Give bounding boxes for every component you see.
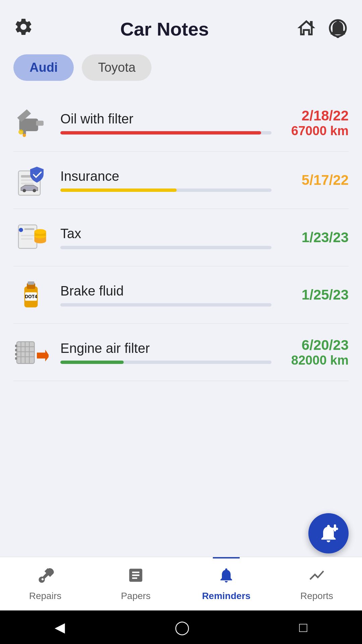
tax-name: Tax	[60, 226, 272, 241]
bell-icon	[218, 567, 235, 588]
app-title: Car Notes	[34, 18, 296, 40]
insurance-date: 5/17/22	[282, 172, 349, 188]
svg-rect-1	[36, 121, 44, 126]
svg-point-12	[19, 228, 23, 232]
recents-button[interactable]: □	[299, 620, 307, 635]
papers-icon	[127, 567, 144, 588]
reminder-item-tax[interactable]: Tax 1/23/23	[13, 209, 349, 266]
chart-icon	[308, 567, 325, 588]
bottom-nav: Repairs Papers Reminders Reports	[0, 557, 362, 610]
back-button[interactable]: ◀	[55, 620, 65, 635]
oil-content: Oil with filter	[60, 111, 272, 135]
svg-rect-39	[332, 528, 338, 530]
fab-wrap	[0, 506, 362, 557]
air-filter-date-value: 6/20/23	[282, 337, 349, 353]
svg-rect-23	[28, 281, 35, 285]
nav-reminders-label: Reminders	[202, 591, 251, 601]
settings-icon[interactable]	[13, 17, 34, 41]
reminder-item-brake-fluid[interactable]: DOT4 Brake fluid 1/25/23	[13, 266, 349, 324]
air-filter-progress-fill	[60, 361, 124, 364]
nav-reports-label: Reports	[300, 591, 333, 601]
add-reminder-fab[interactable]	[308, 513, 349, 553]
brake-fluid-content: Brake fluid	[60, 283, 272, 307]
svg-rect-15	[21, 238, 33, 240]
air-filter-date: 6/20/23 82000 km	[282, 337, 349, 368]
oil-km-value: 67000 km	[282, 124, 349, 138]
add-notification-icon[interactable]	[327, 17, 349, 40]
nav-reminders[interactable]: Reminders	[181, 557, 272, 610]
oil-date: 2/18/22 67000 km	[282, 108, 349, 138]
svg-point-3	[23, 134, 26, 137]
nav-repairs-label: Repairs	[29, 591, 61, 601]
tax-progress-bg	[60, 246, 272, 249]
nav-repairs[interactable]: Repairs	[0, 557, 90, 610]
reminder-item-oil[interactable]: Oil with filter 2/18/22 67000 km	[13, 94, 349, 152]
svg-text:DOT4: DOT4	[25, 294, 37, 299]
insurance-icon	[13, 162, 50, 199]
svg-point-9	[23, 189, 26, 192]
svg-marker-37	[37, 350, 49, 362]
nav-reports[interactable]: Reports	[272, 557, 362, 610]
insurance-name: Insurance	[60, 169, 272, 184]
air-filter-content: Engine air filter	[60, 341, 272, 364]
android-nav-bar: ◀ ◯ □	[0, 610, 362, 644]
air-filter-progress-bg	[60, 361, 272, 364]
tax-content: Tax	[60, 226, 272, 249]
svg-point-4	[18, 129, 23, 135]
wrench-icon	[37, 567, 54, 588]
tax-date-value: 1/23/23	[282, 229, 349, 246]
oil-progress-fill	[60, 131, 261, 135]
insurance-progress-fill	[60, 189, 177, 192]
brake-fluid-icon: DOT4	[13, 276, 50, 313]
tax-date: 1/23/23	[282, 229, 349, 246]
air-filter-name: Engine air filter	[60, 341, 272, 356]
car-tabs: Audi Toyota	[0, 51, 362, 91]
oil-date-value: 2/18/22	[282, 108, 349, 124]
brake-fluid-name: Brake fluid	[60, 283, 272, 299]
air-filter-km-value: 82000 km	[282, 353, 349, 368]
reminder-list: Oil with filter 2/18/22 67000 km	[0, 91, 362, 506]
air-filter-icon	[13, 334, 50, 371]
tab-audi[interactable]: Audi	[13, 54, 74, 81]
oil-name: Oil with filter	[60, 111, 272, 126]
nav-papers[interactable]: Papers	[90, 557, 181, 610]
home-button[interactable]: ◯	[175, 620, 190, 635]
header-actions	[296, 17, 349, 40]
insurance-content: Insurance	[60, 169, 272, 192]
tax-icon	[13, 219, 50, 256]
svg-rect-13	[24, 228, 35, 230]
insurance-date-value: 5/17/22	[282, 172, 349, 188]
insurance-progress-bg	[60, 189, 272, 192]
brake-fluid-date-value: 1/25/23	[282, 287, 349, 303]
oil-icon	[13, 104, 50, 141]
oil-progress-bg	[60, 131, 272, 135]
svg-rect-8	[21, 183, 34, 184]
svg-point-20	[35, 229, 46, 234]
reminder-item-air-filter[interactable]: Engine air filter 6/20/23 82000 km	[13, 324, 349, 381]
svg-point-10	[33, 189, 36, 192]
svg-rect-14	[21, 235, 35, 236]
tab-toyota[interactable]: Toyota	[82, 54, 152, 81]
header: Car Notes	[0, 0, 362, 51]
nav-papers-label: Papers	[121, 591, 151, 601]
garage-icon[interactable]	[296, 17, 317, 40]
brake-fluid-progress-bg	[60, 303, 272, 307]
reminder-item-insurance[interactable]: Insurance 5/17/22	[13, 152, 349, 209]
brake-fluid-date: 1/25/23	[282, 287, 349, 303]
